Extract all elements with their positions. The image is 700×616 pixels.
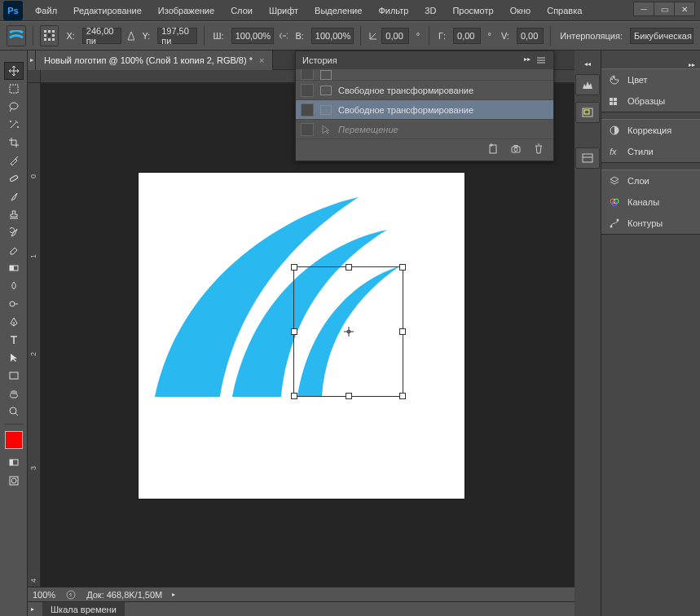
panel-color[interactable]: Цвет — [601, 69, 700, 90]
properties-panel-icon[interactable] — [575, 147, 600, 169]
panel-swatches[interactable]: Образцы — [601, 90, 700, 112]
strip-collapse[interactable]: ◂◂ — [584, 60, 591, 68]
w-field[interactable]: 100,00% — [231, 28, 274, 44]
panel-adjustments[interactable]: Коррекция — [601, 120, 700, 141]
x-field[interactable]: 246,00 пи — [82, 28, 122, 44]
history-visibility-toggle[interactable] — [301, 103, 314, 117]
transform-handle-bl[interactable] — [291, 393, 297, 399]
path-select-tool[interactable] — [4, 349, 24, 367]
dodge-tool[interactable] — [4, 295, 24, 313]
hand-tool[interactable] — [4, 385, 24, 403]
shape-tool[interactable] — [4, 367, 24, 385]
panels-collapse-button[interactable]: ▸▸ — [689, 61, 695, 68]
transform-bounding-box[interactable] — [293, 266, 403, 397]
move-tool[interactable] — [4, 62, 24, 80]
menu-window[interactable]: Окно — [503, 2, 539, 19]
gradient-tool[interactable] — [4, 259, 24, 277]
panel-channels[interactable]: Каналы — [601, 191, 700, 213]
brush-tool[interactable] — [4, 187, 24, 205]
stamp-tool[interactable] — [4, 205, 24, 223]
foreground-color-swatch[interactable] — [5, 431, 23, 449]
pen-tool[interactable] — [4, 313, 24, 331]
marquee-tool[interactable] — [4, 80, 24, 98]
h-field[interactable]: 100,00% — [311, 28, 354, 44]
history-row-partial[interactable] — [296, 69, 553, 81]
reference-point-grid[interactable] — [40, 25, 59, 46]
ruler-origin[interactable] — [28, 70, 41, 83]
maximize-button[interactable]: ▭ — [654, 2, 675, 16]
panel-paths[interactable]: Контуры — [601, 213, 700, 234]
menu-layer[interactable]: Слои — [223, 2, 260, 19]
interpolation-dropdown[interactable]: Бикубическая — [630, 28, 693, 44]
history-collapse[interactable]: ▸▸ — [524, 55, 531, 65]
eyedropper-tool[interactable] — [4, 152, 24, 169]
menu-help[interactable]: Справка — [539, 2, 589, 19]
type-tool[interactable] — [4, 331, 24, 349]
transform-handle-br[interactable] — [399, 393, 406, 399]
eraser-tool[interactable] — [4, 241, 24, 259]
history-brush-tool[interactable] — [4, 223, 24, 241]
shear-v-field[interactable]: 0,00 — [517, 28, 544, 44]
wand-tool[interactable] — [4, 116, 24, 134]
y-field[interactable]: 197,50 пи — [157, 28, 197, 44]
minimize-button[interactable]: ─ — [633, 2, 654, 16]
close-button[interactable]: ✕ — [674, 2, 695, 16]
quick-mask[interactable] — [4, 472, 24, 490]
menu-edit[interactable]: Редактирование — [66, 2, 149, 19]
link-icon[interactable] — [279, 30, 288, 42]
delta-icon[interactable] — [126, 30, 134, 42]
transform-handle-tc[interactable] — [346, 264, 352, 271]
brush-icon — [8, 191, 20, 202]
history-visibility-toggle[interactable] — [301, 123, 314, 136]
menu-file[interactable]: Файл — [28, 2, 64, 19]
healing-tool[interactable] — [4, 169, 24, 187]
history-header[interactable]: История ▸▸ — [296, 51, 553, 69]
history-row-selected[interactable]: Свободное трансформирование — [296, 100, 553, 120]
reference-point-icon — [43, 29, 56, 42]
close-tab-button[interactable]: × — [259, 55, 264, 65]
transform-handle-mr[interactable] — [399, 328, 406, 335]
panel-menu-icon[interactable] — [535, 55, 547, 65]
blur-tool[interactable] — [4, 277, 24, 295]
transform-handle-ml[interactable] — [291, 328, 297, 335]
lasso-tool[interactable] — [4, 98, 24, 116]
status-menu-button[interactable]: ▸ — [172, 591, 175, 598]
transform-handle-tl[interactable] — [291, 264, 297, 271]
angle-field[interactable]: 0,00 — [381, 28, 408, 44]
menu-image[interactable]: Изображение — [151, 2, 222, 19]
transform-center-icon[interactable] — [343, 326, 354, 337]
zoom-level[interactable]: 100% — [33, 590, 55, 600]
artboard[interactable] — [139, 173, 464, 499]
menu-filter[interactable]: Фильтр — [371, 2, 416, 19]
history-row-future[interactable]: Перемещение — [296, 120, 553, 139]
preview-icon[interactable] — [65, 590, 77, 600]
history-row[interactable]: Свободное трансформирование — [296, 81, 553, 100]
tab-expand-button[interactable]: ▸ — [28, 51, 36, 70]
history-visibility-toggle[interactable] — [301, 84, 314, 97]
history-visibility-toggle[interactable] — [301, 69, 314, 80]
navigator-panel-icon[interactable] — [575, 102, 600, 123]
menu-type[interactable]: Шрифт — [262, 2, 306, 19]
panel-styles[interactable]: fx Стили — [601, 141, 700, 162]
document-tab[interactable]: Новый логотип @ 100% (Слой 1 копия 2, RG… — [36, 51, 273, 70]
menu-view[interactable]: Просмотр — [445, 2, 500, 19]
timeline-expand[interactable]: ▸ — [31, 605, 34, 613]
menu-select[interactable]: Выделение — [307, 2, 369, 19]
transform-handle-tr[interactable] — [399, 264, 406, 271]
new-snapshot-button[interactable] — [509, 143, 522, 156]
transform-handle-bc[interactable] — [346, 393, 352, 399]
new-document-from-state-button[interactable] — [486, 143, 500, 156]
screen-mode[interactable] — [4, 454, 24, 472]
delete-state-button[interactable] — [532, 143, 545, 156]
menu-3d[interactable]: 3D — [417, 2, 443, 19]
timeline-tab[interactable]: Шкала времени — [42, 602, 125, 617]
tool-preset-button[interactable] — [7, 25, 26, 46]
shear-h-field[interactable]: 0,00 — [453, 28, 480, 44]
zoom-tool[interactable] — [4, 403, 24, 420]
history-panel[interactable]: История ▸▸ Свободное трансформирование С… — [295, 51, 554, 161]
svg-point-43 — [514, 148, 517, 152]
panel-layers[interactable]: Слои — [601, 170, 700, 191]
ruler-vertical[interactable]: 0 1 2 3 4 — [28, 83, 41, 587]
histogram-panel-icon[interactable] — [575, 74, 600, 95]
crop-tool[interactable] — [4, 134, 24, 152]
